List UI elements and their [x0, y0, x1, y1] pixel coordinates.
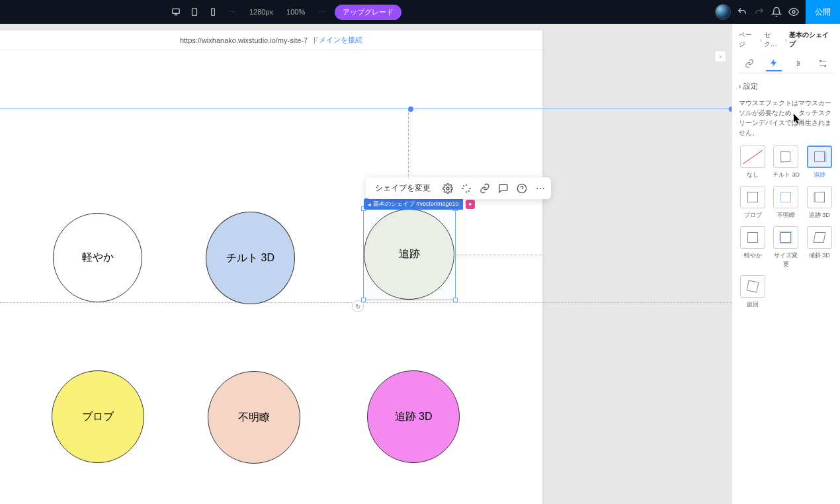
selected-element-chip[interactable]: ◂基本のシェイプ #vectorimage10 ✦	[364, 198, 475, 210]
svg-point-6	[819, 60, 821, 62]
breadcrumb: ページ › セク… › 基本のシェイプ	[739, 29, 833, 54]
connect-domain-link[interactable]: ドメインを接続	[312, 35, 362, 45]
effect-thumb-tilt	[773, 146, 798, 168]
upgrade-button[interactable]: アップグレード	[335, 5, 401, 20]
breadcrumb-page[interactable]: ページ	[739, 30, 758, 49]
panel-back-label: 設定	[743, 81, 758, 91]
link-icon[interactable]	[480, 183, 490, 194]
shape-tilt-3d[interactable]: チルト 3D	[206, 212, 295, 304]
effect-thumb-blur	[773, 186, 798, 208]
redo-icon[interactable]	[754, 7, 765, 17]
tab-design-icon[interactable]	[741, 56, 757, 71]
effect-thumb-glide	[740, 226, 765, 249]
breakpoint-label[interactable]: 1280px	[245, 8, 277, 16]
tablet-icon[interactable]	[188, 5, 201, 19]
shape-track-3d-label: 追跡 3D	[395, 410, 433, 424]
svg-point-7	[824, 65, 825, 66]
canvas-area[interactable]: https://wixhanako.wixstudio.io/my-site-7…	[0, 24, 732, 504]
more-icon[interactable]: ⋯	[535, 183, 546, 194]
effect-label-glide: 軽やか	[744, 251, 762, 260]
effect-track3d[interactable]: 追跡 3D	[806, 186, 833, 220]
undo-icon[interactable]	[737, 7, 747, 17]
mobile-icon[interactable]	[206, 5, 220, 19]
effect-thumb-resize	[773, 226, 798, 249]
effect-thumb-blob	[740, 186, 765, 208]
svg-rect-2	[212, 9, 215, 16]
panel-tabs	[739, 54, 833, 73]
shape-blur[interactable]: 不明瞭	[208, 371, 300, 464]
avatar[interactable]	[716, 5, 730, 19]
preview-icon[interactable]	[788, 7, 799, 17]
align-guide-horizontal	[456, 255, 542, 255]
element-chip-text: 基本のシェイプ #vectorimage10	[373, 200, 459, 208]
animation-icon[interactable]	[461, 183, 472, 194]
top-bar-left: ⋯ 1280px 100% ⋯ アップグレード	[5, 5, 401, 20]
panel-hint: マウスエフェクトはマウスカーソルが必要なため、タッチスクリーンデバイスでは再生さ…	[739, 98, 833, 146]
panel-back-button[interactable]: ‹ 設定	[739, 79, 833, 98]
zoom-label[interactable]: 100%	[282, 8, 309, 16]
zoom-ellipsis[interactable]: ⋯	[314, 8, 329, 17]
publish-button[interactable]: 公開	[806, 0, 840, 24]
element-badge[interactable]: ✦	[466, 200, 475, 209]
effect-resize[interactable]: サイズ変更	[772, 226, 800, 269]
tab-adjust-icon[interactable]	[815, 56, 831, 71]
tab-effects-icon[interactable]	[766, 56, 782, 71]
effect-label-track3d: 追跡 3D	[809, 211, 830, 220]
comment-icon[interactable]	[498, 183, 509, 194]
effect-tilt[interactable]: チルト 3D	[772, 146, 800, 179]
effect-label-tilt: チルト 3D	[773, 171, 800, 179]
shape-track-3d[interactable]: 追跡 3D	[367, 370, 460, 463]
effect-label-spin: 旋回	[747, 300, 759, 309]
shape-tilt-3d-label: チルト 3D	[226, 251, 274, 265]
effect-label-skew3d: 傾斜 3D	[809, 251, 830, 260]
url-bar: https://wixhanako.wixstudio.io/my-site-7…	[0, 30, 542, 50]
floating-toolbar: シェイプを変更 ⋯	[366, 177, 551, 199]
shape-glide[interactable]: 軽やか	[53, 213, 142, 302]
effect-glide[interactable]: 軽やか	[739, 226, 767, 269]
effect-label-track: 追跡	[814, 171, 825, 179]
guide-line-bottom	[0, 302, 732, 303]
effect-none[interactable]: なし	[739, 146, 767, 179]
tab-layout-icon[interactable]	[790, 56, 806, 71]
guide-line-top	[0, 108, 732, 109]
device-ellipsis[interactable]: ⋯	[225, 8, 240, 17]
change-shape-button[interactable]: シェイプを変更	[371, 181, 435, 195]
gear-icon[interactable]	[442, 183, 453, 194]
help-icon[interactable]	[517, 183, 527, 194]
effect-thumb-track	[807, 146, 832, 168]
right-panel: ページ › セク… › 基本のシェイプ ‹ 設定 マウスエフェクトはマウスカーソ…	[732, 24, 840, 504]
effect-label-none: なし	[747, 171, 759, 179]
effect-blur[interactable]: 不明瞭	[772, 186, 800, 220]
desktop-icon[interactable]	[169, 5, 183, 19]
svg-point-4	[446, 187, 449, 190]
effect-label-blur: 不明瞭	[777, 211, 795, 220]
svg-point-3	[792, 11, 795, 13]
effect-spin[interactable]: 旋回	[739, 275, 767, 309]
svg-rect-0	[173, 9, 180, 13]
top-bar: ⋯ 1280px 100% ⋯ アップグレード 公開	[0, 0, 840, 24]
workspace: https://wixhanako.wixstudio.io/my-site-7…	[0, 24, 840, 504]
effect-thumb-track3d	[807, 186, 832, 208]
effect-blob[interactable]: ブロブ	[739, 186, 767, 220]
effect-label-blob: ブロブ	[744, 211, 762, 220]
effect-skew3d[interactable]: 傾斜 3D	[806, 226, 833, 269]
svg-rect-1	[192, 9, 197, 16]
breadcrumb-current: 基本のシェイプ	[789, 30, 833, 49]
effect-track[interactable]: 追跡	[806, 146, 833, 179]
panel-collapse-button[interactable]: ›	[714, 50, 726, 62]
effect-thumb-skew3d	[807, 226, 832, 249]
repeat-rotate-button[interactable]: ↻	[352, 300, 364, 312]
bell-icon[interactable]	[771, 7, 782, 17]
site-url: https://wixhanako.wixstudio.io/my-site-7	[180, 36, 308, 44]
effect-label-resize: サイズ変更	[772, 251, 800, 269]
effect-thumb-spin	[740, 275, 765, 298]
effect-grid: なしチルト 3D追跡ブロブ不明瞭追跡 3D軽やかサイズ変更傾斜 3D旋回	[739, 146, 833, 309]
shape-track[interactable]: 追跡	[364, 209, 454, 300]
effect-thumb-none	[740, 146, 765, 168]
top-bar-right: 公開	[716, 0, 835, 24]
shape-blob[interactable]: ブロブ	[52, 370, 144, 463]
breadcrumb-section[interactable]: セク…	[764, 30, 783, 49]
